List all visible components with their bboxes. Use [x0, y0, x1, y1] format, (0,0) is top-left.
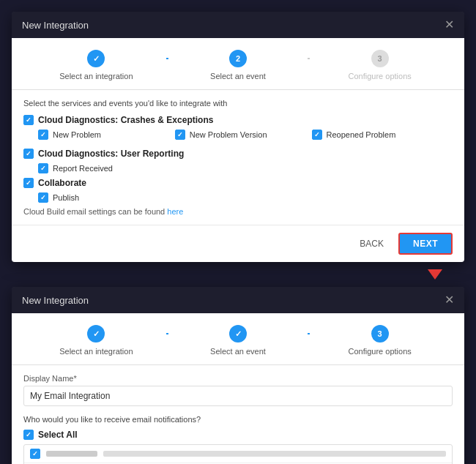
stepper-1: ✓ Select an integration 2 Select an even… — [12, 38, 464, 89]
stepper-2: ✓ Select an integration ✓ Select an even… — [12, 313, 464, 364]
step2-2-circle: ✓ — [229, 325, 247, 343]
select-all-checkbox[interactable] — [23, 430, 34, 440]
close-icon-2[interactable]: ✕ — [445, 294, 454, 306]
category-1-label: Cloud Diagnostics: Crashes & Exceptions — [38, 115, 213, 125]
step2-1-label: Select an integration — [59, 347, 133, 356]
category-3: Collaborate — [23, 178, 453, 188]
step2-3-wrapper: 3 Configure options — [310, 325, 450, 356]
back-button-1[interactable]: BACK — [352, 234, 391, 253]
event-new-problem-label: New Problem — [53, 130, 101, 139]
step2-1-circle: ✓ — [87, 325, 105, 343]
step2-2-wrapper: ✓ Select an event — [168, 325, 308, 356]
next-button[interactable]: NEXT — [398, 233, 453, 255]
category-3-label: Collaborate — [38, 178, 86, 188]
step-1-label: Select an integration — [59, 72, 133, 81]
event-publish-checkbox[interactable] — [38, 192, 48, 203]
step-3-label: Configure options — [349, 72, 412, 81]
cloud-build-note: Cloud Build email settings can be found … — [23, 207, 453, 216]
event-new-problem: New Problem — [38, 130, 175, 140]
category-2-label: Cloud Diagnostics: User Reporting — [38, 149, 184, 159]
event-reopened-problem-checkbox[interactable] — [312, 130, 322, 140]
close-icon-1[interactable]: ✕ — [445, 19, 454, 31]
user-1-email — [103, 451, 446, 457]
event-reopened-problem: Reopened Problem — [312, 130, 449, 140]
display-name-input[interactable] — [23, 386, 453, 406]
step-2-label: Select an event — [210, 72, 266, 81]
event-report-received-label: Report Received — [53, 164, 113, 173]
select-all-label: Select All — [38, 430, 78, 440]
modal-2-body: Display Name* Who would you like to rece… — [12, 364, 464, 464]
event-new-problem-version: New Problem Version — [175, 130, 312, 140]
user-1-name — [46, 451, 97, 457]
event-report-received-checkbox[interactable] — [38, 163, 48, 173]
modal-2: New Integration ✕ ✓ Select an integratio… — [12, 287, 464, 464]
category-2-checkbox[interactable] — [23, 149, 34, 159]
event-reopened-problem-label: Reopened Problem — [327, 130, 396, 139]
modal-2-title: New Integration — [22, 295, 89, 306]
step2-3-label: Configure options — [349, 347, 412, 356]
modal-2-header: New Integration ✕ — [12, 287, 464, 313]
category-2: Cloud Diagnostics: User Reporting — [23, 149, 453, 159]
step-3-wrapper: 3 Configure options — [310, 50, 450, 81]
event-publish: Publish — [38, 192, 453, 203]
display-name-label: Display Name* — [23, 374, 453, 383]
category-1-events: New Problem New Problem Version Reopened… — [38, 130, 453, 141]
event-report-received: Report Received — [38, 163, 453, 173]
step-1-circle: ✓ — [87, 50, 105, 67]
step-3-circle: 3 — [371, 50, 389, 67]
event-publish-label: Publish — [53, 193, 79, 202]
modal-1-title: New Integration — [22, 20, 89, 31]
step-2-circle: 2 — [229, 50, 247, 67]
modal-1-body: Select the services and events you'd lik… — [12, 89, 464, 225]
category-3-checkbox[interactable] — [23, 178, 34, 188]
event-new-problem-checkbox[interactable] — [38, 130, 48, 140]
step-2-wrapper: 2 Select an event — [168, 50, 308, 81]
who-label: Who would you like to receive email noti… — [23, 415, 453, 424]
arrow-container — [12, 269, 464, 280]
users-list — [23, 444, 453, 464]
step2-2-label: Select an event — [210, 347, 266, 356]
step-1-wrapper: ✓ Select an integration — [26, 50, 166, 81]
modal-1: New Integration ✕ ✓ Select an integratio… — [12, 12, 464, 262]
select-all-row: Select All — [23, 430, 453, 440]
event-new-problem-version-checkbox[interactable] — [175, 130, 185, 140]
cloud-build-link[interactable]: here — [167, 207, 183, 216]
table-row — [24, 445, 452, 463]
user-1-checkbox[interactable] — [30, 449, 40, 459]
down-arrow-icon — [428, 269, 442, 280]
category-1: Cloud Diagnostics: Crashes & Exceptions — [23, 115, 453, 125]
modal-1-footer: BACK NEXT — [12, 225, 464, 262]
modal-1-header: New Integration ✕ — [12, 12, 464, 38]
section-desc: Select the services and events you'd lik… — [23, 99, 453, 108]
category-1-checkbox[interactable] — [23, 115, 34, 125]
event-new-problem-version-label: New Problem Version — [190, 130, 267, 139]
step2-3-circle: 3 — [371, 325, 389, 343]
step2-1-wrapper: ✓ Select an integration — [26, 325, 166, 356]
